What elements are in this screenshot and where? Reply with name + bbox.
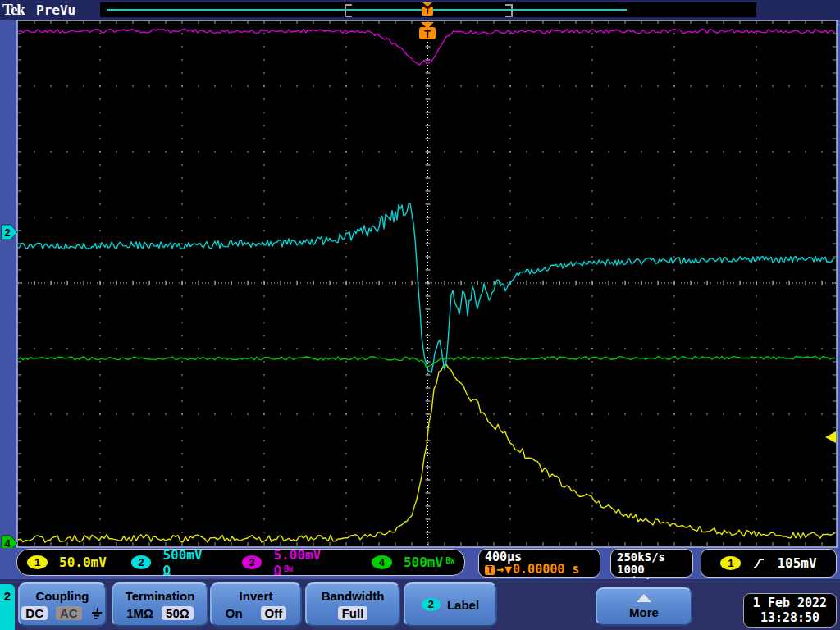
bandwidth-limit-icon: BW xyxy=(284,564,293,573)
invert-button[interactable]: Invert On Off xyxy=(210,582,302,627)
channel-2-badge: 2 xyxy=(131,555,152,569)
bandwidth-value[interactable]: Full xyxy=(338,606,368,620)
datetime-box: 1 Feb 2022 13:28:50 xyxy=(743,593,837,628)
svg-text:2: 2 xyxy=(4,226,10,239)
trigger-t-label: T xyxy=(422,7,433,16)
channel-3-scale: 5.00mV ΩBW xyxy=(273,547,347,578)
header-bar: Tek PreVu T xyxy=(0,0,840,20)
graticule-display: T24 xyxy=(0,20,840,548)
more-button[interactable]: More xyxy=(596,587,692,626)
label-title: Label xyxy=(447,598,479,612)
svg-text:T: T xyxy=(424,28,431,40)
marker-icon: ▼ xyxy=(504,564,512,576)
invert-title: Invert xyxy=(240,589,273,603)
coupling-dc-option[interactable]: DC xyxy=(21,606,48,620)
trigger-position-readout: T→▼0.00000 s xyxy=(485,564,600,576)
ground-coupling-icon[interactable] xyxy=(89,607,104,619)
up-triangle-icon xyxy=(637,594,651,602)
channel-4-readout: 4500mVBW xyxy=(372,555,454,570)
time-value: 13:28:50 xyxy=(760,610,819,625)
bandwidth-limit-icon: BW xyxy=(445,556,454,565)
menu-channel-tab: 2 xyxy=(0,584,15,630)
trigger-readout: 1 105mV xyxy=(701,549,837,578)
coupling-ac-option[interactable]: AC xyxy=(56,606,82,620)
acquisition-mode: PreVu xyxy=(36,2,75,18)
channel-1-readout: 150.0mV xyxy=(27,555,107,570)
overview-bracket-right xyxy=(505,4,513,17)
tek-logo: Tek xyxy=(2,1,25,19)
overview-bracket-left xyxy=(345,4,352,17)
coupling-button[interactable]: Coupling DC AC xyxy=(18,582,107,627)
coupling-title: Coupling xyxy=(36,589,89,603)
oscilloscope-screen: Tek PreVu T T24 150.0mV2500mV Ω35.00mV Ω… xyxy=(0,0,840,630)
trigger-position-value: 0.00000 s xyxy=(513,564,579,576)
more-title: More xyxy=(629,605,659,619)
label-button[interactable]: 2 Label xyxy=(404,582,497,627)
bandwidth-title: Bandwidth xyxy=(322,589,385,603)
channel-2-scale: 500mV Ω xyxy=(162,547,217,578)
timebase-readout: 400µs T→▼0.00000 s xyxy=(478,549,600,578)
invert-off-option[interactable]: Off xyxy=(261,606,287,620)
termination-button[interactable]: Termination 1MΩ 50Ω xyxy=(112,582,208,627)
channel-2-readout: 2500mV Ω xyxy=(131,547,217,578)
termination-1m-option[interactable]: 1MΩ xyxy=(126,606,153,620)
trigger-level-value: 105mV xyxy=(777,555,816,571)
record-overview-bar: T xyxy=(100,2,756,17)
trigger-t-icon: T xyxy=(485,565,495,575)
trigger-position-icon: T xyxy=(422,2,433,16)
channel-4-badge: 4 xyxy=(372,555,392,569)
channel-readout-box: 150.0mV2500mV Ω35.00mV ΩBW4500mVBW xyxy=(16,549,465,576)
termination-50-option[interactable]: 50Ω xyxy=(162,606,194,620)
channel-3-badge: 3 xyxy=(242,555,262,569)
channel-3-readout: 35.00mV ΩBW xyxy=(242,547,347,578)
rising-edge-icon xyxy=(753,556,765,571)
termination-title: Termination xyxy=(126,589,195,603)
trigger-source-badge: 1 xyxy=(720,556,741,570)
overview-waveform-line xyxy=(107,9,627,11)
arrow-icon: → xyxy=(496,564,504,576)
sample-rate: 250kS/s xyxy=(617,551,692,564)
date-value: 1 Feb 2022 xyxy=(753,596,827,610)
channel-1-scale: 50.0mV xyxy=(59,555,107,570)
invert-on-option[interactable]: On xyxy=(226,606,243,620)
bandwidth-button[interactable]: Bandwidth Full xyxy=(305,582,400,627)
svg-text:4: 4 xyxy=(4,537,11,548)
acquisition-readout: 250kS/s 1000 points xyxy=(610,549,693,578)
channel-1-badge: 1 xyxy=(27,555,48,569)
label-channel-badge: 2 xyxy=(422,598,441,611)
channel-4-scale: 500mVBW xyxy=(404,555,454,570)
